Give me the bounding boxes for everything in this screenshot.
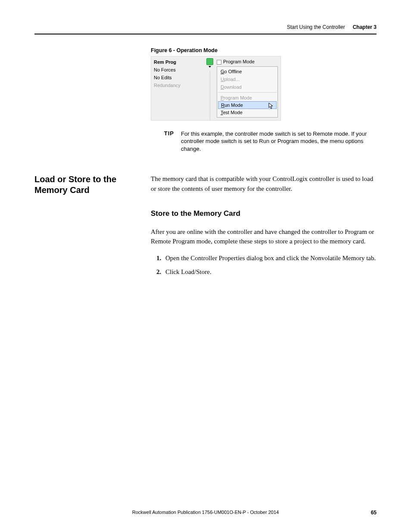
- mode-pane: Program Mode Go Offline Upload... Downlo…: [214, 56, 280, 120]
- chapter-label: Chapter 3: [353, 24, 377, 30]
- sub-heading: Store to the Memory Card: [151, 208, 377, 219]
- running-header: Start Using the Controller Chapter 3: [34, 24, 377, 34]
- menu-separator: [218, 92, 277, 93]
- section-title: Start Using the Controller: [287, 24, 345, 30]
- menu-go-offline[interactable]: Go Offline: [217, 68, 277, 75]
- page-footer: Rockwell Automation Publication 1756-UM0…: [34, 510, 377, 515]
- toolbar-strip: [206, 56, 214, 120]
- status-no-edits: No Edits: [154, 74, 203, 81]
- status-pane: Rem Prog No Forces No Edits Redundancy: [151, 56, 206, 120]
- menu-test-mode[interactable]: Test Mode: [217, 109, 277, 116]
- body-column: The memory card that is compatible with …: [151, 174, 377, 281]
- current-mode-label: Program Mode: [217, 58, 278, 66]
- menu-program-mode: Program Mode: [217, 94, 277, 102]
- tip-text: For this example, the controller mode sw…: [181, 130, 377, 153]
- menu-download: Download: [217, 83, 277, 91]
- mode-menu: Go Offline Upload... Download Program Mo…: [217, 66, 278, 118]
- tip-label: TIP: [151, 130, 181, 153]
- steps-list: Open the Controller Properties dialog bo…: [163, 253, 377, 277]
- operation-mode-screenshot: Rem Prog No Forces No Edits Redundancy P…: [151, 56, 281, 121]
- current-mode-text: Program Mode: [223, 59, 255, 64]
- status-redundancy: Redundancy: [154, 81, 203, 89]
- dropdown-arrow-icon[interactable]: [209, 66, 211, 68]
- divider: [210, 71, 210, 120]
- status-rem-prog: Rem Prog: [154, 58, 203, 66]
- intro-paragraph: The memory card that is compatible with …: [151, 174, 377, 193]
- step-1: Open the Controller Properties dialog bo…: [163, 253, 377, 263]
- step-2: Click Load/Store.: [163, 267, 377, 277]
- body-paragraph: After you are online with the controller…: [151, 227, 377, 246]
- figure-caption: Figure 6 - Operation Mode: [151, 47, 377, 53]
- menu-upload: Upload...: [217, 75, 277, 83]
- mode-indicator-icon: [217, 60, 221, 65]
- key-icon[interactable]: [206, 58, 213, 65]
- publication-line: Rockwell Automation Publication 1756-UM0…: [132, 510, 279, 515]
- menu-run-mode[interactable]: Run Mode: [218, 101, 277, 109]
- side-heading: Load or Store to the Memory Card: [34, 174, 151, 281]
- tip-block: TIP For this example, the controller mod…: [151, 130, 377, 153]
- page-number: 65: [371, 510, 377, 516]
- status-no-forces: No Forces: [154, 66, 203, 74]
